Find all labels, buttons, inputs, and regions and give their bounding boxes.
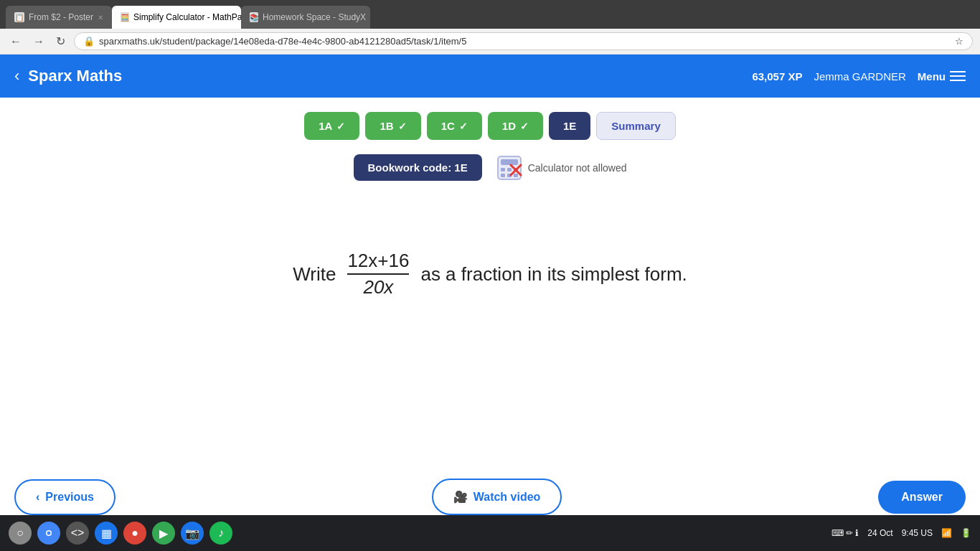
tab-1a-check: ✓ bbox=[336, 121, 345, 132]
tab-1b-label: 1B bbox=[380, 120, 393, 132]
tab-1c-check: ✓ bbox=[459, 121, 468, 132]
back-button[interactable]: ← bbox=[7, 32, 24, 51]
tab-1d-label: 1D bbox=[502, 120, 516, 132]
browser-chrome: 📋 From $2 - Poster ✕ 🧮 Simplify Calculat… bbox=[0, 0, 980, 55]
previous-button[interactable]: ‹ Previous bbox=[14, 479, 116, 515]
tab-1c[interactable]: 1C ✓ bbox=[427, 112, 482, 140]
fraction-numerator: 12x+16 bbox=[347, 250, 409, 275]
taskbar-icon-meet[interactable]: ▦ bbox=[95, 522, 118, 545]
menu-button[interactable]: Menu bbox=[918, 70, 966, 83]
taskbar-wifi-icon: 📶 bbox=[941, 528, 952, 538]
taskbar-icon-red[interactable]: ● bbox=[123, 522, 146, 545]
star-icon: ☆ bbox=[955, 36, 963, 47]
browser-tab-bar: 📋 From $2 - Poster ✕ 🧮 Simplify Calculat… bbox=[0, 0, 980, 29]
tab-favicon-homework: 📚 bbox=[250, 12, 258, 22]
menu-label: Menu bbox=[918, 70, 946, 83]
header-right: 63,057 XP Jemma GARDNER Menu bbox=[752, 70, 966, 83]
fraction: 12x+16 20x bbox=[347, 250, 409, 298]
url-text: sparxmaths.uk/student/package/14e08eda-d… bbox=[99, 36, 951, 47]
fraction-denominator: 20x bbox=[363, 275, 393, 298]
watch-video-button[interactable]: 🎥 Watch video bbox=[432, 479, 562, 515]
hamburger-icon bbox=[950, 71, 966, 81]
tabs-row: 1A ✓ 1B ✓ 1C ✓ 1D ✓ 1E Summary bbox=[14, 112, 966, 140]
svg-rect-2 bbox=[501, 168, 505, 171]
answer-label: Answer bbox=[901, 491, 943, 503]
tab-favicon-simplify: 🧮 bbox=[121, 12, 129, 22]
tab-1e-label: 1E bbox=[563, 120, 576, 132]
video-icon: 🎥 bbox=[453, 490, 468, 504]
tab-1d-check: ✓ bbox=[520, 121, 529, 132]
svg-rect-5 bbox=[501, 174, 505, 177]
tab-1c-label: 1C bbox=[441, 120, 455, 132]
tab-label-simplify: Simplify Calculator - MathPap... bbox=[133, 12, 241, 22]
taskbar-icon-spotify[interactable]: ♪ bbox=[209, 522, 232, 545]
taskbar-battery-icon: 🔋 bbox=[961, 528, 971, 538]
taskbar-icon-green[interactable]: ▶ bbox=[152, 522, 175, 545]
taskbar-date: 24 Oct bbox=[867, 528, 892, 538]
svg-rect-1 bbox=[501, 159, 518, 165]
tab-simplify[interactable]: 🧮 Simplify Calculator - MathPap... ✕ bbox=[112, 6, 241, 29]
question-suffix: as a fraction in its simplest form. bbox=[420, 263, 687, 286]
svg-point-12 bbox=[47, 532, 51, 535]
tab-1b-check: ✓ bbox=[398, 121, 407, 132]
question-area: Write 12x+16 20x as a fraction in its si… bbox=[14, 202, 966, 346]
taskbar-time: 9:45 US bbox=[902, 528, 933, 538]
xp-display: 63,057 XP bbox=[752, 70, 802, 83]
calculator-badge: Calculator not allowed bbox=[496, 155, 627, 181]
answer-button[interactable]: Answer bbox=[878, 481, 966, 514]
app-logo: Sparx Maths bbox=[28, 67, 122, 85]
main-content: 1A ✓ 1B ✓ 1C ✓ 1D ✓ 1E Summary Bookwork … bbox=[0, 98, 980, 360]
tab-close-poster[interactable]: ✕ bbox=[98, 14, 103, 22]
tab-favicon-poster: 📋 bbox=[14, 12, 24, 22]
tab-1b[interactable]: 1B ✓ bbox=[365, 112, 420, 140]
tab-summary[interactable]: Summary bbox=[596, 112, 675, 140]
info-row: Bookwork code: 1E Calculator not allowed bbox=[14, 154, 966, 181]
taskbar-icon-circle: ○ bbox=[9, 522, 32, 545]
app-header: ‹ Sparx Maths 63,057 XP Jemma GARDNER Me… bbox=[0, 55, 980, 98]
svg-rect-3 bbox=[507, 168, 512, 171]
tab-label-poster: From $2 - Poster bbox=[29, 12, 93, 22]
taskbar-chrome-icon[interactable] bbox=[37, 522, 60, 545]
taskbar: ○ <> ▦ ● ▶ 📷 ♪ ⌨ ✏ ℹ 24 Oct 9:45 US 📶 🔋 bbox=[0, 515, 980, 551]
tab-1d[interactable]: 1D ✓ bbox=[488, 112, 543, 140]
watch-video-label: Watch video bbox=[473, 491, 541, 504]
taskbar-icon-code[interactable]: <> bbox=[66, 522, 89, 545]
svg-rect-7 bbox=[514, 174, 518, 177]
taskbar-right: ⌨ ✏ ℹ 24 Oct 9:45 US 📶 🔋 bbox=[831, 528, 971, 538]
question-text: Write 12x+16 20x as a fraction in its si… bbox=[293, 250, 687, 298]
lock-icon: 🔒 bbox=[83, 36, 95, 47]
address-bar[interactable]: 🔒 sparxmaths.uk/student/package/14e08eda… bbox=[74, 32, 973, 50]
tab-1e[interactable]: 1E bbox=[549, 112, 590, 140]
question-prefix: Write bbox=[293, 263, 336, 286]
tab-label-homework: Homework Space - StudyX bbox=[263, 12, 366, 22]
bottom-bar: ‹ Previous 🎥 Watch video Answer bbox=[0, 479, 980, 515]
previous-label: Previous bbox=[45, 491, 94, 504]
calculator-label: Calculator not allowed bbox=[528, 162, 627, 174]
bookwork-code: Bookwork code: 1E bbox=[354, 154, 482, 181]
refresh-button[interactable]: ↻ bbox=[53, 32, 68, 51]
tab-homework[interactable]: 📚 Homework Space - StudyX ✕ bbox=[241, 6, 370, 29]
calculator-icon bbox=[496, 155, 522, 181]
tab-1a[interactable]: 1A ✓ bbox=[304, 112, 359, 140]
user-name: Jemma GARDNER bbox=[814, 70, 905, 83]
back-nav-button[interactable]: ‹ bbox=[14, 67, 19, 85]
tab-summary-label: Summary bbox=[611, 120, 660, 132]
bookwork-code-text: Bookwork code: 1E bbox=[368, 161, 468, 174]
forward-button[interactable]: → bbox=[30, 32, 47, 51]
browser-tabs: 📋 From $2 - Poster ✕ 🧮 Simplify Calculat… bbox=[6, 0, 370, 29]
prev-chevron-icon: ‹ bbox=[36, 491, 39, 504]
taskbar-icon-camera[interactable]: 📷 bbox=[181, 522, 204, 545]
browser-controls: ← → ↻ 🔒 sparxmaths.uk/student/package/14… bbox=[0, 29, 980, 55]
tab-1a-label: 1A bbox=[319, 120, 332, 132]
taskbar-icons-group: ⌨ ✏ ℹ bbox=[831, 528, 859, 538]
tab-poster[interactable]: 📋 From $2 - Poster ✕ bbox=[6, 6, 112, 29]
